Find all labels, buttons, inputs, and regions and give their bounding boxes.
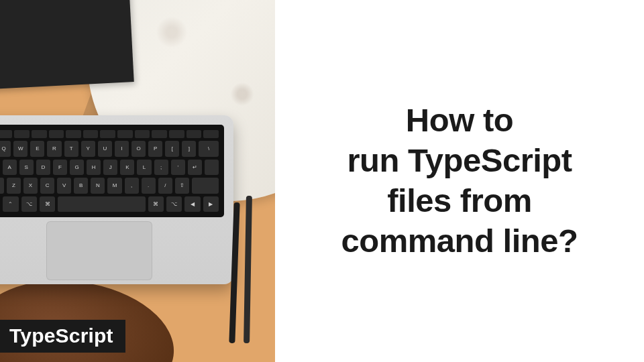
keyboard-row-3: ⇧ZXCVBNM,./⇧ <box>0 178 219 194</box>
keyboard-row-4: fn⌃⌥⌘⌘⌥◀▶ <box>0 196 219 213</box>
thumbnail-card: ⇥QWERTYUIOP[]\ ⇪ASDFGHJKL;'↵ ⇧ZXCVBNM,./… <box>0 0 644 362</box>
keyboard-fn-row <box>0 130 219 138</box>
laptop-trackpad <box>46 221 152 280</box>
page-title: How to run TypeScript files from command… <box>341 101 578 261</box>
laptop: ⇥QWERTYUIOP[]\ ⇪ASDFGHJKL;'↵ ⇧ZXCVBNM,./… <box>0 115 233 284</box>
title-panel: How to run TypeScript files from command… <box>275 0 644 362</box>
pen-2 <box>244 196 252 343</box>
black-notebook <box>0 0 134 90</box>
keyboard-row-1: ⇥QWERTYUIOP[]\ <box>0 141 219 157</box>
photo-panel: ⇥QWERTYUIOP[]\ ⇪ASDFGHJKL;'↵ ⇧ZXCVBNM,./… <box>0 0 275 362</box>
laptop-keyboard: ⇥QWERTYUIOP[]\ ⇪ASDFGHJKL;'↵ ⇧ZXCVBNM,./… <box>0 125 224 217</box>
title-line: run TypeScript <box>347 142 572 178</box>
category-tag: TypeScript <box>0 320 125 353</box>
title-line: files from <box>387 182 532 219</box>
title-line: command line? <box>341 223 578 259</box>
keyboard-row-2: ⇪ASDFGHJKL;'↵ <box>0 160 219 176</box>
title-line: How to <box>406 102 513 138</box>
